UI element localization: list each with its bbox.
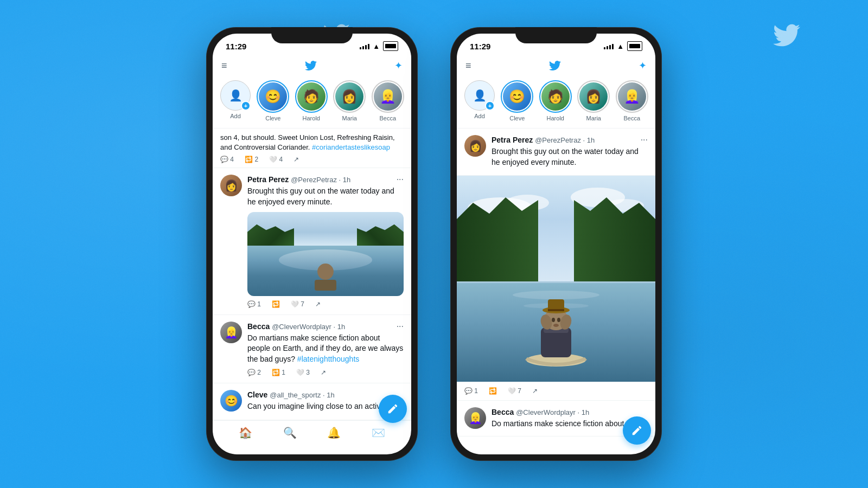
share-petra-2[interactable]: ↗	[532, 387, 538, 395]
avatar-becca-2[interactable]: 👱‍♀️	[464, 407, 486, 429]
tweet-author-petra-1: Petra Perez	[247, 175, 291, 184]
share-becca-1[interactable]: ↗	[321, 369, 326, 376]
story-maria-2[interactable]: 👩 Maria	[578, 80, 610, 121]
lake-scene-1	[247, 212, 404, 296]
signal-icon-1	[360, 43, 369, 49]
tweet-text-petra-1: Brought this guy out on the water today …	[247, 186, 404, 207]
becca-hashtag-1: #latenightthoughts	[297, 355, 359, 363]
reply-petra-2[interactable]: 💬 1	[464, 387, 478, 395]
share-petra-1[interactable]: ↗	[315, 300, 321, 308]
signal-icon-2	[604, 43, 614, 49]
tweet-author-becca-1: Becca	[247, 322, 272, 331]
nav-notifications-1[interactable]: 🔔	[327, 426, 341, 439]
tweet-handle-petra-2: @PerezPetraz · 1h	[535, 136, 595, 144]
phones-container: 11:29 ▲ ≡	[206, 27, 662, 461]
phone-1: 11:29 ▲ ≡	[206, 27, 418, 461]
phone-2-screen: 11:29 ▲ ≡	[457, 34, 655, 454]
phone-2: 11:29 ▲ ≡	[450, 27, 662, 461]
tweet-header-cleve-1: Cleve @all_the_sportz · 1h	[247, 390, 404, 400]
menu-icon-1[interactable]: ≡	[221, 60, 227, 72]
partial-tweet-1: son 4, but should. Sweet Union Lost, Ref…	[213, 129, 411, 168]
svg-point-18	[557, 318, 560, 322]
menu-icon-2[interactable]: ≡	[465, 60, 471, 72]
tweet-author-cleve-1: Cleve	[247, 390, 270, 399]
svg-point-9	[513, 291, 599, 299]
partial-reply[interactable]: 💬 4	[220, 156, 234, 163]
add-badge: +	[241, 101, 251, 111]
tweet-header-petra-2: Petra Perez @PerezPetraz · 1h ···	[492, 135, 648, 145]
story-maria-label-1: Maria	[342, 115, 357, 121]
like-becca-1[interactable]: 🤍 3	[296, 369, 310, 376]
tweet-handle-petra-1: @PerezPetraz · 1h	[291, 176, 350, 184]
tweet-handle-cleve-1: @all_the_sportz · 1h	[270, 391, 334, 399]
svg-marker-6	[574, 197, 655, 284]
retweet-petra-1[interactable]: 🔁	[272, 300, 280, 308]
avatar-cleve-1[interactable]: 😊	[220, 390, 242, 412]
reply-petra-1[interactable]: 💬 1	[247, 300, 261, 308]
tweet-text-petra-2: Brought this guy out on the water today …	[492, 146, 648, 168]
compose-fab-2[interactable]	[623, 416, 651, 445]
story-cleve-2[interactable]: 😊 Cleve	[501, 80, 533, 121]
avatar-becca-1[interactable]: 👱‍♀️	[220, 322, 242, 343]
time-1: 11:29	[226, 42, 246, 51]
tweet-image-petra-1[interactable]	[247, 212, 404, 296]
compose-icon-2	[631, 425, 643, 436]
story-cleve-label-1: Cleve	[265, 115, 280, 121]
svg-point-19	[553, 324, 559, 327]
sparkle-icon-2[interactable]: ✦	[639, 60, 647, 72]
story-cleve-1[interactable]: 😊 Cleve	[257, 80, 289, 121]
tweet-text-becca-1: Do martians make science fiction about p…	[247, 333, 404, 365]
bottom-nav-1: 🏠 🔍 🔔 ✉️	[213, 420, 411, 448]
retweet-petra-2[interactable]: 🔁	[489, 387, 497, 395]
svg-marker-5	[457, 197, 538, 284]
partial-share[interactable]: ↗	[293, 156, 299, 163]
nav-search-1[interactable]: 🔍	[283, 426, 297, 439]
wifi-icon-1: ▲	[373, 42, 380, 50]
tweet-actions-petra-2: 💬 1 🔁 🤍 7 ↗	[457, 382, 655, 401]
tweet-petra-2: 👩 Petra Perez @PerezPetraz · 1h ··· Brou…	[457, 129, 655, 176]
like-petra-2[interactable]: 🤍 7	[508, 387, 521, 395]
svg-point-17	[552, 318, 555, 322]
tweet-header-petra-1: Petra Perez @PerezPetraz · 1h ···	[247, 175, 404, 184]
tweet-author-becca-2: Becca	[492, 408, 516, 416]
wifi-icon-2: ▲	[617, 42, 624, 50]
tweet-becca-1: 👱‍♀️ Becca @CleverWordplayr · 1h ··· Do …	[213, 315, 411, 384]
sparkle-icon-1[interactable]: ✦	[394, 60, 403, 72]
notch-2	[515, 27, 597, 43]
partial-tweet-text: son 4, but should. Sweet Union Lost, Ref…	[220, 133, 404, 152]
compose-fab-1[interactable]	[379, 395, 407, 423]
story-add[interactable]: 👤 + Add	[220, 80, 251, 121]
tweet-content-petra-2: Petra Perez @PerezPetraz · 1h ··· Brough…	[492, 135, 648, 172]
nav-home-1[interactable]: 🏠	[239, 426, 252, 439]
story-becca-1[interactable]: 👱‍♀️ Becca	[372, 80, 404, 121]
tweet-more-becca-1[interactable]: ···	[397, 322, 404, 331]
add-badge-2: +	[485, 101, 495, 111]
tweet-more-petra-1[interactable]: ···	[397, 175, 404, 184]
tweet-actions-becca-1: 💬 2 🔁 1 🤍 3 ↗	[247, 369, 404, 376]
partial-tweet-actions: 💬 4 🔁 2 🤍 4 ↗	[220, 156, 404, 163]
tweet-more-petra-2[interactable]: ···	[641, 135, 648, 145]
phone-1-screen: 11:29 ▲ ≡	[213, 34, 411, 454]
story-add-2[interactable]: 👤 + Add	[464, 80, 495, 121]
story-maria-1[interactable]: 👩 Maria	[334, 80, 366, 121]
time-2: 11:29	[470, 42, 490, 51]
partial-retweet[interactable]: 🔁 2	[245, 156, 258, 163]
story-harold-2[interactable]: 🧑 Harold	[540, 80, 572, 121]
story-becca-2[interactable]: 👱‍♀️ Becca	[616, 80, 648, 121]
story-harold-label-1: Harold	[303, 115, 320, 121]
tweet-image-petra-big[interactable]	[457, 176, 655, 382]
story-harold-1[interactable]: 🧑 Harold	[296, 80, 328, 121]
avatar-petra-1[interactable]: 👩	[220, 175, 242, 196]
retweet-becca-1[interactable]: 🔁 1	[272, 369, 285, 376]
story-cleve-label-2: Cleve	[509, 115, 525, 121]
like-petra-1[interactable]: 🤍 7	[291, 300, 304, 308]
tweet-content-petra-1: Petra Perez @PerezPetraz · 1h ··· Brough…	[247, 175, 404, 307]
partial-like[interactable]: 🤍 4	[269, 156, 283, 163]
tweet-handle-becca-1: @CleverWordplayr · 1h	[272, 323, 345, 331]
avatar-petra-2[interactable]: 👩	[464, 135, 486, 157]
story-add-label-2: Add	[474, 113, 485, 119]
reply-becca-1[interactable]: 💬 2	[247, 369, 261, 376]
stories-row-1: 👤 + Add 😊 Cleve 🧑 Haro	[213, 76, 411, 129]
nav-messages-1[interactable]: ✉️	[372, 426, 385, 439]
twitter-logo-2	[548, 60, 562, 72]
